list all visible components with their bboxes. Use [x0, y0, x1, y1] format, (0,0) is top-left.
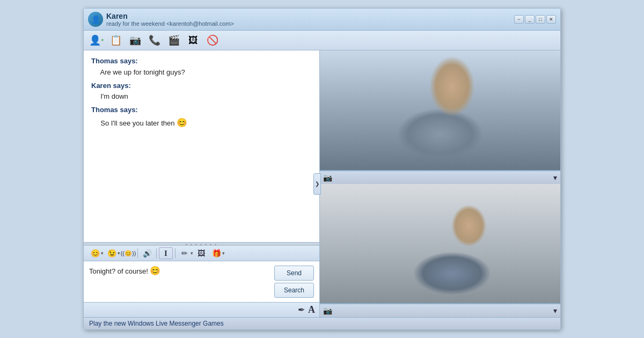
input-buttons: Send Search [274, 266, 314, 298]
chat-panel: Thomas says: Are we up for tonight guys?… [84, 50, 320, 317]
camera-icon-upper[interactable]: 📷 [323, 173, 332, 182]
messenger-window: 👤 Karen ready for the weekend <karentoh@… [83, 8, 561, 330]
block-icon[interactable]: 🚫 [204, 33, 221, 48]
input-text-display: Tonight? of course! 😊 [89, 266, 160, 276]
title-info: Karen ready for the weekend <karentoh@ho… [106, 12, 234, 27]
message-text-3: So I'll see you later then 😊 [97, 119, 187, 127]
maximize-button[interactable]: □ [536, 15, 545, 24]
message-text-1: Are we up for tonight guys? [97, 68, 185, 76]
video-controls-lower: 📷 ▾ [320, 304, 560, 317]
main-toolbar: 👤+ 📋 📷 📞 🎬 🖼 🚫 [84, 31, 560, 50]
video-controls-upper: 📷 ▾ [320, 171, 560, 184]
video-box-local [320, 184, 560, 304]
status-bar: Play the new Windows Live Messenger Game… [84, 317, 560, 329]
font-button[interactable]: I [159, 247, 173, 259]
pen-dropdown[interactable]: ▾ [191, 251, 193, 256]
restore-button[interactable]: _ [525, 15, 535, 24]
remote-video-feed [320, 50, 560, 170]
expand-icon-lower[interactable]: ▾ [553, 306, 557, 315]
bottom-toolbar: ✒ A [84, 302, 319, 317]
add-contact-icon[interactable]: 👤+ [88, 33, 105, 48]
expand-icon-upper[interactable]: ▾ [553, 173, 557, 182]
activities-icon[interactable]: 🖼 [185, 33, 202, 48]
input-area: Tonight? of course! 😊 Send Search [84, 261, 319, 302]
emoji-dropdown[interactable]: ▾ [101, 251, 104, 256]
title-bar-left: 👤 Karen ready for the weekend <karentoh@… [88, 12, 234, 27]
emoji-button[interactable]: 😊 [88, 247, 102, 259]
gift-button[interactable]: 🎁 [209, 247, 223, 259]
contact-name: Karen [106, 12, 234, 20]
view-contact-icon[interactable]: 📋 [107, 33, 125, 48]
chat-messages: Thomas says: Are we up for tonight guys?… [84, 50, 319, 243]
contact-status: ready for the weekend <karentoh@hotmail.… [106, 20, 234, 27]
window-controls: − _ □ ✕ [514, 15, 556, 24]
camera-icon-lower[interactable]: 📷 [323, 306, 332, 315]
gift-dropdown[interactable]: ▾ [222, 251, 225, 256]
sender-thomas-1: Thomas says: [91, 57, 138, 65]
font-icon[interactable]: A [308, 304, 315, 315]
webcam-icon[interactable]: 📷 [127, 33, 144, 48]
status-text: Play the new Windows Live Messenger Game… [89, 320, 224, 327]
separator-1 [137, 248, 138, 258]
message-text-2: I'm down [97, 92, 128, 100]
close-button[interactable]: ✕ [546, 15, 556, 24]
message-2: Karen says: I'm down [91, 80, 312, 103]
shaky-button[interactable]: ((😊)) [121, 247, 135, 259]
video-icon[interactable]: 🎬 [165, 33, 182, 48]
content-area: Thomas says: Are we up for tonight guys?… [84, 50, 560, 317]
message-1: Thomas says: Are we up for tonight guys? [91, 56, 312, 78]
search-button[interactable]: Search [274, 283, 314, 298]
input-emoji: 😊 [150, 266, 160, 276]
pen-icon[interactable]: ✒ [298, 305, 305, 315]
wink-dropdown[interactable]: ▾ [118, 251, 120, 256]
local-video-feed [320, 184, 560, 304]
separator-2 [156, 248, 157, 258]
phone-icon[interactable]: 📞 [146, 33, 163, 48]
sender-karen-1: Karen says: [91, 82, 131, 90]
message-3: Thomas says: So I'll see you later then … [91, 105, 312, 129]
sender-thomas-2: Thomas says: [91, 106, 138, 114]
collapse-panel-button[interactable]: ❯ [313, 173, 321, 195]
title-bar: 👤 Karen ready for the weekend <karentoh@… [84, 9, 560, 31]
video-box-remote [320, 50, 560, 171]
pen-button[interactable]: ✏ [178, 247, 192, 259]
wink-button[interactable]: 😉 [105, 247, 119, 259]
send-button[interactable]: Send [274, 266, 314, 281]
video-panel: ❯ 📷 ▾ 📷 ▾ [320, 50, 560, 317]
format-toolbar: 😊 ▾ 😉 ▾ ((😊)) 🔊 I ✏ ▾ 🖼 🎁 ▾ [84, 246, 319, 261]
image-button[interactable]: 🖼 [194, 247, 208, 259]
minimize-button[interactable]: − [514, 15, 524, 24]
wink-emoji: 😊 [177, 116, 187, 130]
sound-button[interactable]: 🔊 [140, 247, 154, 259]
input-wrapper: Tonight? of course! 😊 [89, 266, 270, 276]
separator-3 [175, 248, 175, 258]
contact-avatar: 👤 [88, 12, 103, 27]
